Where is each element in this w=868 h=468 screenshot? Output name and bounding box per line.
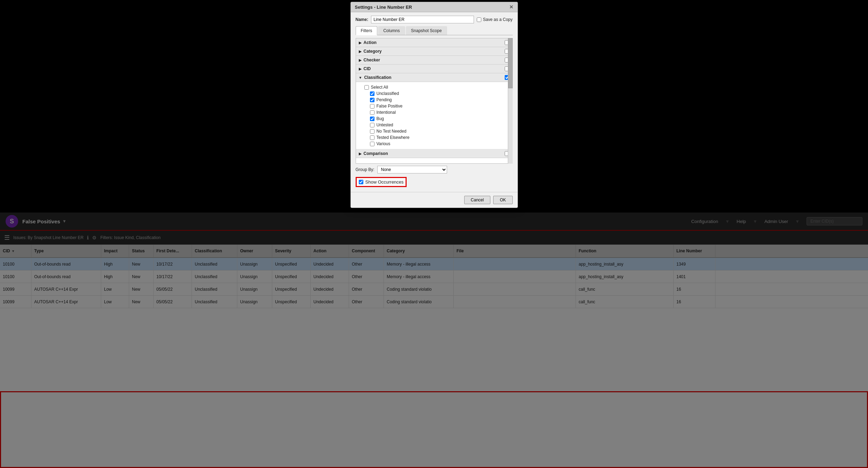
modal-title: Settings - Line Number ER — [355, 5, 412, 10]
option-various[interactable]: Various — [364, 141, 509, 147]
show-occurrences-checkbox[interactable] — [359, 180, 363, 184]
filter-cid-label: ▶ CID — [359, 66, 371, 71]
checkbox-tested-elsewhere[interactable] — [370, 135, 374, 140]
show-occurrences-label: Show Occurrences — [365, 179, 404, 185]
tab-snapshot-scope[interactable]: Snapshot Scope — [406, 26, 447, 35]
option-intentional[interactable]: Intentional — [364, 109, 509, 116]
settings-modal: Settings - Line Number ER ✕ Name: Save a… — [350, 2, 518, 208]
expand-arrow-classification: ▼ — [359, 76, 362, 80]
option-label-unclassified: Unclassified — [377, 91, 399, 96]
show-occurrences-wrapper: Show Occurrences — [356, 177, 513, 187]
option-pending[interactable]: Pending — [364, 97, 509, 103]
checkbox-false-positive[interactable] — [370, 104, 374, 109]
expand-arrow-category: ▶ — [359, 50, 362, 53]
option-label-intentional: Intentional — [377, 110, 396, 115]
checkbox-no-test-needed[interactable] — [370, 129, 374, 134]
filter-section-comparison[interactable]: ▶ Comparison — [356, 149, 512, 158]
name-row: Name: Save as a Copy — [356, 16, 513, 23]
option-bug[interactable]: Bug — [364, 116, 509, 122]
filter-scroll-wrapper: ▶ Action ▶ Category — [356, 38, 513, 164]
filter-section-checker[interactable]: ▶ Checker — [356, 56, 512, 65]
modal-body: Name: Save as a Copy Filters Columns Sna… — [351, 12, 518, 192]
checkbox-intentional[interactable] — [370, 110, 374, 115]
option-select-all[interactable]: Select All — [364, 84, 509, 90]
expand-arrow-action: ▶ — [359, 41, 362, 45]
save-as-copy-row: Save as a Copy — [477, 17, 513, 22]
option-label-untested: Untested — [377, 122, 393, 127]
modal-tabs: Filters Columns Snapshot Scope — [356, 26, 513, 35]
filter-checker-label: ▶ Checker — [359, 58, 380, 62]
name-label: Name: — [356, 17, 369, 22]
filter-section-classification[interactable]: ▼ Classification — [356, 73, 512, 82]
name-input[interactable] — [371, 16, 474, 23]
filter-scroll-list: ▶ Action ▶ Category — [356, 38, 513, 164]
save-as-copy-checkbox[interactable] — [477, 17, 481, 22]
filter-action-label: ▶ Action — [359, 40, 377, 45]
scrollbar-thumb[interactable] — [508, 38, 513, 88]
option-tested-elsewhere[interactable]: Tested Elsewhere — [364, 134, 509, 141]
modal-overlay: Settings - Line Number ER ✕ Name: Save a… — [0, 0, 868, 468]
filter-comparison-label: ▶ Comparison — [359, 151, 388, 156]
tab-columns[interactable]: Columns — [378, 26, 405, 35]
show-occurrences-row[interactable]: Show Occurrences — [356, 177, 407, 187]
option-false-positive[interactable]: False Positive — [364, 103, 509, 109]
option-unclassified[interactable]: Unclassified — [364, 90, 509, 97]
classification-options: Select All Unclassified Pending Fal — [356, 82, 512, 149]
option-label-pending: Pending — [377, 97, 392, 102]
save-as-copy-label: Save as a Copy — [483, 17, 513, 22]
expand-arrow-checker: ▶ — [359, 58, 362, 62]
option-no-test-needed[interactable]: No Test Needed — [364, 128, 509, 134]
vertical-scrollbar[interactable] — [508, 38, 513, 164]
option-label-false-positive: False Positive — [377, 104, 403, 109]
filter-section-action[interactable]: ▶ Action — [356, 38, 512, 47]
option-label-select-all: Select All — [371, 85, 388, 90]
option-label-tested-elsewhere: Tested Elsewhere — [377, 135, 410, 140]
checkbox-select-all[interactable] — [364, 85, 369, 90]
group-by-label: Group By: — [356, 167, 374, 172]
tab-filters[interactable]: Filters — [356, 26, 378, 35]
filter-section-category[interactable]: ▶ Category — [356, 47, 512, 56]
checkbox-untested[interactable] — [370, 123, 374, 127]
ok-button[interactable]: OK — [493, 196, 512, 204]
option-untested[interactable]: Untested — [364, 122, 509, 128]
modal-close-button[interactable]: ✕ — [509, 4, 513, 10]
checkbox-bug[interactable] — [370, 117, 374, 121]
group-by-row: Group By: None Action Category — [356, 164, 513, 176]
checkbox-pending[interactable] — [370, 98, 374, 102]
option-label-no-test-needed: No Test Needed — [377, 129, 407, 134]
modal-title-bar: Settings - Line Number ER ✕ — [351, 2, 518, 12]
expand-arrow-cid: ▶ — [359, 67, 362, 71]
option-label-bug: Bug — [377, 116, 384, 121]
cancel-button[interactable]: Cancel — [464, 196, 490, 204]
filter-section-cid[interactable]: ▶ CID — [356, 65, 512, 73]
expand-arrow-comparison: ▶ — [359, 152, 362, 156]
filter-category-label: ▶ Category — [359, 49, 382, 54]
checkbox-unclassified[interactable] — [370, 91, 374, 96]
filter-classification-label: ▼ Classification — [359, 75, 392, 80]
checkbox-various[interactable] — [370, 142, 374, 146]
modal-footer: Cancel OK — [351, 192, 518, 208]
option-label-various: Various — [377, 141, 391, 146]
group-by-select[interactable]: None Action Category — [377, 166, 447, 173]
